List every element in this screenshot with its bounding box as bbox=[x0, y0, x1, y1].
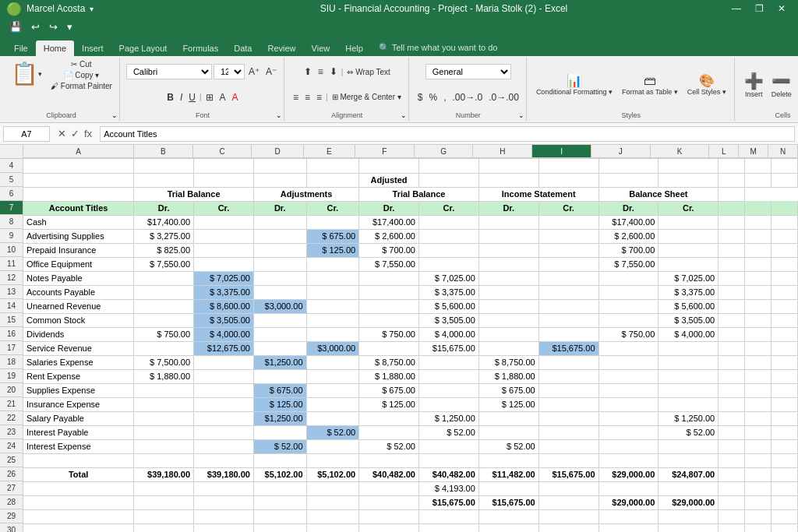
cell-I20[interactable] bbox=[538, 383, 598, 397]
cell-D22[interactable]: $1,250.00 bbox=[253, 411, 306, 425]
cell-D23[interactable] bbox=[253, 425, 306, 439]
cell-N10[interactable] bbox=[771, 243, 797, 257]
tab-formulas[interactable]: Formulas bbox=[175, 41, 226, 56]
cell-J17[interactable] bbox=[598, 341, 659, 355]
cell-F10[interactable]: $ 700.00 bbox=[359, 243, 419, 257]
delete-cells-button[interactable]: ➖ Delete bbox=[768, 70, 795, 100]
cell-H4[interactable] bbox=[478, 159, 538, 173]
cell-B13[interactable] bbox=[134, 285, 194, 299]
cell-H23[interactable] bbox=[478, 425, 538, 439]
cell-F8[interactable]: $17,400.00 bbox=[359, 215, 419, 229]
cell-E20[interactable] bbox=[306, 383, 359, 397]
cell-J22[interactable] bbox=[598, 411, 659, 425]
cell-L11[interactable] bbox=[719, 257, 745, 271]
cell-G29[interactable] bbox=[418, 509, 478, 523]
cell-M16[interactable] bbox=[745, 327, 772, 341]
close-button[interactable]: ✕ bbox=[772, 0, 792, 17]
cell-J27[interactable] bbox=[598, 481, 659, 495]
cell-F20[interactable]: $ 675.00 bbox=[359, 383, 419, 397]
cell-F24[interactable]: $ 52.00 bbox=[359, 439, 419, 453]
decrease-font-button[interactable]: A⁻ bbox=[263, 65, 279, 78]
cell-C8[interactable] bbox=[194, 215, 254, 229]
cell-M27[interactable] bbox=[745, 481, 772, 495]
row-header-25[interactable]: 25 bbox=[0, 453, 23, 467]
cell-L6[interactable] bbox=[719, 187, 745, 201]
cell-E15[interactable] bbox=[306, 313, 359, 327]
cell-B14[interactable] bbox=[134, 299, 194, 313]
cell-I4[interactable] bbox=[538, 159, 598, 173]
cell-B28[interactable] bbox=[134, 495, 194, 509]
cell-H16[interactable] bbox=[478, 327, 538, 341]
cell-M8[interactable] bbox=[745, 215, 772, 229]
cell-E29[interactable] bbox=[306, 509, 359, 523]
cell-I16[interactable] bbox=[538, 327, 598, 341]
cell-F29[interactable] bbox=[359, 509, 419, 523]
cell-J5[interactable] bbox=[598, 173, 659, 187]
row-header-21[interactable]: 21 bbox=[0, 397, 23, 411]
cell-F26[interactable]: $40,482.00 bbox=[359, 467, 419, 481]
number-expand[interactable]: ⌄ bbox=[518, 111, 524, 119]
cell-K22[interactable]: $ 1,250.00 bbox=[659, 411, 719, 425]
cell-N17[interactable] bbox=[771, 341, 797, 355]
col-header-B[interactable]: B bbox=[134, 145, 193, 158]
cell-E12[interactable] bbox=[306, 271, 359, 285]
wrap-text-button[interactable]: ⇔ Wrap Text bbox=[344, 67, 392, 77]
font-size-select[interactable]: 12 bbox=[214, 64, 245, 79]
cell-I30[interactable] bbox=[538, 523, 598, 532]
cell-E26[interactable]: $5,102.00 bbox=[306, 467, 359, 481]
undo-button[interactable]: ↩ bbox=[28, 19, 43, 34]
row-header-19[interactable]: 19 bbox=[0, 369, 23, 383]
col-header-I[interactable]: I bbox=[532, 145, 591, 158]
cell-N24[interactable] bbox=[771, 439, 797, 453]
cell-K12[interactable]: $ 7,025.00 bbox=[659, 271, 719, 285]
cell-I23[interactable] bbox=[538, 425, 598, 439]
cell-B10[interactable]: $ 825.00 bbox=[134, 243, 194, 257]
percent-button[interactable]: % bbox=[426, 91, 440, 104]
cell-J18[interactable] bbox=[598, 355, 659, 369]
cell-L12[interactable] bbox=[719, 271, 745, 285]
cell-C17[interactable]: $12,675.00 bbox=[194, 341, 254, 355]
cell-C15[interactable]: $ 3,505.00 bbox=[194, 313, 254, 327]
cell-I12[interactable] bbox=[538, 271, 598, 285]
comma-button[interactable]: , bbox=[441, 91, 448, 104]
cell-E11[interactable] bbox=[306, 257, 359, 271]
cell-B5[interactable] bbox=[134, 173, 194, 187]
tab-review[interactable]: Review bbox=[260, 41, 303, 56]
cell-B4[interactable] bbox=[134, 159, 194, 173]
cell-D24[interactable]: $ 52.00 bbox=[253, 439, 306, 453]
cell-E17[interactable]: $3,000.00 bbox=[306, 341, 359, 355]
bold-button[interactable]: B bbox=[164, 91, 176, 104]
cell-L16[interactable] bbox=[719, 327, 745, 341]
cell-M12[interactable] bbox=[745, 271, 772, 285]
cell-D12[interactable] bbox=[253, 271, 306, 285]
cell-B18[interactable]: $ 7,500.00 bbox=[134, 355, 194, 369]
cell-C30[interactable] bbox=[194, 523, 254, 532]
cell-E22[interactable] bbox=[306, 411, 359, 425]
cell-D8[interactable] bbox=[253, 215, 306, 229]
cell-K24[interactable] bbox=[659, 439, 719, 453]
cell-D30[interactable] bbox=[253, 523, 306, 532]
row-header-5[interactable]: 5 bbox=[0, 173, 23, 187]
increase-font-button[interactable]: A⁺ bbox=[246, 65, 262, 78]
cell-M18[interactable] bbox=[745, 355, 772, 369]
cell-F4[interactable] bbox=[359, 159, 419, 173]
cell-D26[interactable]: $5,102.00 bbox=[253, 467, 306, 481]
minimize-button[interactable]: — bbox=[726, 0, 747, 17]
col-header-C[interactable]: C bbox=[193, 145, 252, 158]
cell-G14[interactable]: $ 5,600.00 bbox=[418, 299, 478, 313]
cell-G12[interactable]: $ 7,025.00 bbox=[418, 271, 478, 285]
cell-I13[interactable] bbox=[538, 285, 598, 299]
cell-I18[interactable] bbox=[538, 355, 598, 369]
cell-B19[interactable]: $ 1,880.00 bbox=[134, 369, 194, 383]
cell-C10[interactable] bbox=[194, 243, 254, 257]
cell-H11[interactable] bbox=[478, 257, 538, 271]
cell-F13[interactable] bbox=[359, 285, 419, 299]
row-header-11[interactable]: 11 bbox=[0, 257, 23, 271]
col-header-G[interactable]: G bbox=[415, 145, 474, 158]
cell-C14[interactable]: $ 8,600.00 bbox=[194, 299, 254, 313]
cell-J20[interactable] bbox=[598, 383, 659, 397]
align-center-button[interactable]: ≡ bbox=[302, 91, 312, 104]
row-header-13[interactable]: 13 bbox=[0, 285, 23, 299]
cell-G17[interactable]: $15,675.00 bbox=[418, 341, 478, 355]
row-header-8[interactable]: 8 bbox=[0, 215, 23, 229]
